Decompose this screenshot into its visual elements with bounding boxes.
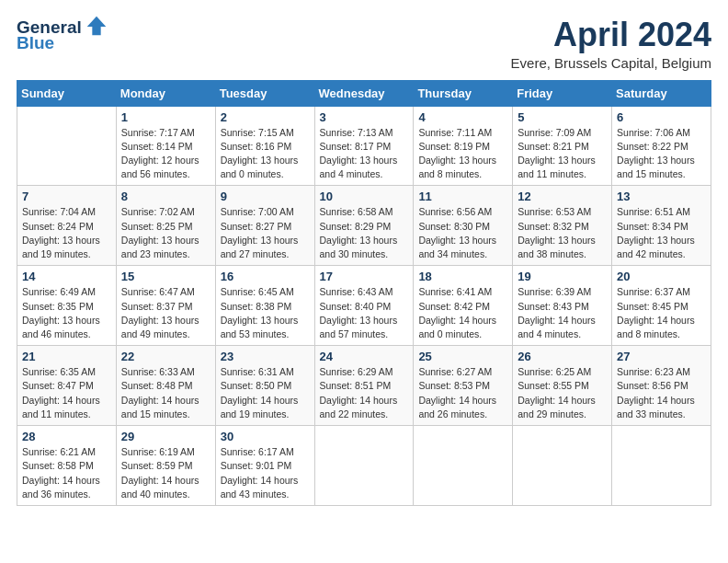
day-info: Sunrise: 6:49 AMSunset: 8:35 PMDaylight:… [22,285,111,341]
day-number: 29 [121,430,210,443]
calendar-cell: 3Sunrise: 7:13 AMSunset: 8:17 PMDaylight… [314,106,414,186]
calendar-cell: 19Sunrise: 6:39 AMSunset: 8:43 PMDayligh… [513,266,612,346]
day-info: Sunrise: 7:00 AMSunset: 8:27 PMDaylight:… [221,205,310,261]
main-title: April 2024 [511,17,711,53]
day-info: Sunrise: 6:35 AMSunset: 8:47 PMDaylight:… [22,365,111,421]
calendar-cell: 26Sunrise: 6:25 AMSunset: 8:55 PMDayligh… [513,346,612,426]
day-info: Sunrise: 7:17 AMSunset: 8:14 PMDaylight:… [121,126,210,182]
calendar-cell: 20Sunrise: 6:37 AMSunset: 8:45 PMDayligh… [612,266,711,346]
calendar-cell [513,426,612,506]
calendar-cell: 14Sunrise: 6:49 AMSunset: 8:35 PMDayligh… [17,266,117,346]
calendar-table: Sunday Monday Tuesday Wednesday Thursday… [17,80,711,506]
calendar-cell: 7Sunrise: 7:04 AMSunset: 8:24 PMDaylight… [17,186,117,266]
logo: General Blue [17,17,109,53]
calendar-cell: 16Sunrise: 6:45 AMSunset: 8:38 PMDayligh… [215,266,314,346]
day-info: Sunrise: 6:27 AMSunset: 8:53 PMDaylight:… [418,365,507,421]
calendar-cell: 22Sunrise: 6:33 AMSunset: 8:48 PMDayligh… [116,346,215,426]
calendar-cell: 4Sunrise: 7:11 AMSunset: 8:19 PMDaylight… [414,106,513,186]
calendar-cell: 15Sunrise: 6:47 AMSunset: 8:37 PMDayligh… [116,266,215,346]
calendar-cell [414,426,513,506]
calendar-cell: 27Sunrise: 6:23 AMSunset: 8:56 PMDayligh… [612,346,711,426]
day-info: Sunrise: 7:11 AMSunset: 8:19 PMDaylight:… [418,126,507,182]
day-number: 26 [518,350,607,363]
day-number: 24 [320,350,409,363]
calendar-cell: 18Sunrise: 6:41 AMSunset: 8:42 PMDayligh… [414,266,513,346]
header-friday: Friday [513,80,612,106]
day-info: Sunrise: 7:09 AMSunset: 8:21 PMDaylight:… [518,126,607,182]
day-info: Sunrise: 6:25 AMSunset: 8:55 PMDaylight:… [518,365,607,421]
day-info: Sunrise: 7:02 AMSunset: 8:25 PMDaylight:… [121,205,210,261]
day-number: 7 [22,190,111,203]
header-tuesday: Tuesday [215,80,314,106]
day-info: Sunrise: 6:51 AMSunset: 8:34 PMDaylight:… [617,205,706,261]
day-number: 12 [518,190,607,203]
day-number: 2 [221,110,310,124]
day-info: Sunrise: 7:15 AMSunset: 8:16 PMDaylight:… [221,126,310,182]
calendar-week-5: 28Sunrise: 6:21 AMSunset: 8:58 PMDayligh… [17,426,711,506]
header-saturday: Saturday [612,80,711,106]
day-number: 6 [617,110,706,124]
day-info: Sunrise: 7:04 AMSunset: 8:24 PMDaylight:… [22,205,111,261]
day-info: Sunrise: 6:41 AMSunset: 8:42 PMDaylight:… [418,285,507,341]
calendar-cell: 17Sunrise: 6:43 AMSunset: 8:40 PMDayligh… [314,266,414,346]
day-number: 9 [221,190,310,203]
calendar-cell: 21Sunrise: 6:35 AMSunset: 8:47 PMDayligh… [17,346,117,426]
calendar-cell [17,106,117,186]
calendar-cell: 29Sunrise: 6:19 AMSunset: 8:59 PMDayligh… [116,426,215,506]
calendar-cell: 25Sunrise: 6:27 AMSunset: 8:53 PMDayligh… [414,346,513,426]
calendar-cell [314,426,414,506]
header-wednesday: Wednesday [314,80,414,106]
day-info: Sunrise: 6:37 AMSunset: 8:45 PMDaylight:… [617,285,706,341]
calendar-cell: 13Sunrise: 6:51 AMSunset: 8:34 PMDayligh… [612,186,711,266]
calendar-cell: 12Sunrise: 6:53 AMSunset: 8:32 PMDayligh… [513,186,612,266]
calendar-cell: 9Sunrise: 7:00 AMSunset: 8:27 PMDaylight… [215,186,314,266]
day-number: 10 [320,190,409,203]
calendar-cell: 1Sunrise: 7:17 AMSunset: 8:14 PMDaylight… [116,106,215,186]
day-number: 16 [221,270,310,283]
title-block: April 2024 Evere, Brussels Capital, Belg… [511,17,711,71]
day-number: 28 [22,430,111,443]
day-info: Sunrise: 6:19 AMSunset: 8:59 PMDaylight:… [121,445,210,501]
day-number: 8 [121,190,210,203]
calendar-cell: 2Sunrise: 7:15 AMSunset: 8:16 PMDaylight… [215,106,314,186]
day-info: Sunrise: 6:17 AMSunset: 9:01 PMDaylight:… [221,445,310,501]
calendar-header-row: Sunday Monday Tuesday Wednesday Thursday… [17,80,711,106]
calendar-cell: 11Sunrise: 6:56 AMSunset: 8:30 PMDayligh… [414,186,513,266]
day-info: Sunrise: 6:53 AMSunset: 8:32 PMDaylight:… [518,205,607,261]
day-number: 11 [418,190,507,203]
day-info: Sunrise: 7:13 AMSunset: 8:17 PMDaylight:… [320,126,409,182]
day-info: Sunrise: 6:33 AMSunset: 8:48 PMDaylight:… [121,365,210,421]
day-number: 14 [22,270,111,283]
header: General Blue April 2024 Evere, Brussels … [17,17,711,71]
day-number: 1 [121,110,210,124]
calendar-cell [612,426,711,506]
header-thursday: Thursday [414,80,513,106]
page: General Blue April 2024 Evere, Brussels … [0,0,728,563]
calendar-cell: 30Sunrise: 6:17 AMSunset: 9:01 PMDayligh… [215,426,314,506]
day-number: 13 [617,190,706,203]
calendar-cell: 8Sunrise: 7:02 AMSunset: 8:25 PMDaylight… [116,186,215,266]
day-number: 15 [121,270,210,283]
day-number: 3 [320,110,409,124]
day-number: 5 [518,110,607,124]
calendar-week-1: 1Sunrise: 7:17 AMSunset: 8:14 PMDaylight… [17,106,711,186]
day-info: Sunrise: 6:56 AMSunset: 8:30 PMDaylight:… [418,205,507,261]
day-info: Sunrise: 6:21 AMSunset: 8:58 PMDaylight:… [22,445,111,501]
day-number: 20 [617,270,706,283]
calendar-cell: 23Sunrise: 6:31 AMSunset: 8:50 PMDayligh… [215,346,314,426]
header-monday: Monday [116,80,215,106]
day-info: Sunrise: 6:43 AMSunset: 8:40 PMDaylight:… [320,285,409,341]
logo-blue-text: Blue [17,33,109,53]
calendar-cell: 24Sunrise: 6:29 AMSunset: 8:51 PMDayligh… [314,346,414,426]
day-number: 25 [418,350,507,363]
day-info: Sunrise: 6:31 AMSunset: 8:50 PMDaylight:… [221,365,310,421]
day-number: 27 [617,350,706,363]
subtitle: Evere, Brussels Capital, Belgium [511,55,711,71]
calendar-cell: 5Sunrise: 7:09 AMSunset: 8:21 PMDaylight… [513,106,612,186]
calendar-week-4: 21Sunrise: 6:35 AMSunset: 8:47 PMDayligh… [17,346,711,426]
day-info: Sunrise: 6:47 AMSunset: 8:37 PMDaylight:… [121,285,210,341]
day-info: Sunrise: 6:58 AMSunset: 8:29 PMDaylight:… [320,205,409,261]
header-sunday: Sunday [17,80,117,106]
day-info: Sunrise: 6:39 AMSunset: 8:43 PMDaylight:… [518,285,607,341]
day-number: 4 [418,110,507,124]
